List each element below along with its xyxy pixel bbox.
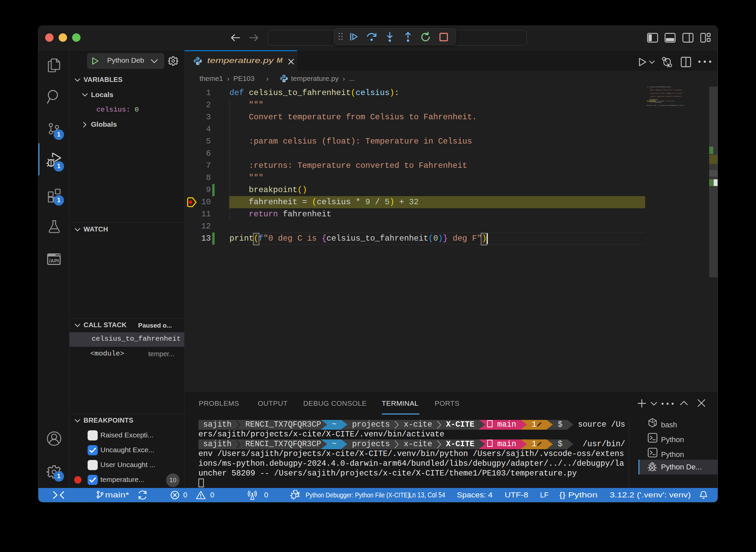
svg-text:/API: /API xyxy=(49,258,59,264)
svg-text:$: $ xyxy=(653,423,656,427)
